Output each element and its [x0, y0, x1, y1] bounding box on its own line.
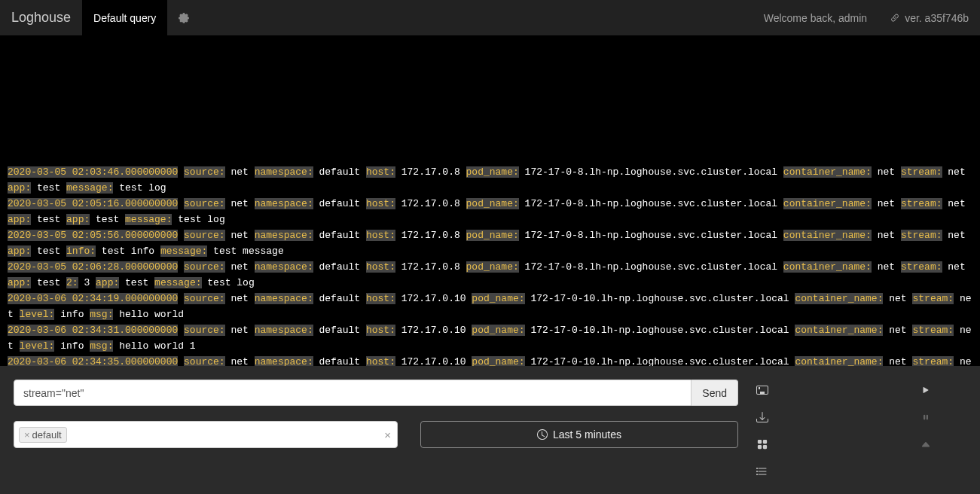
log-field-key[interactable]: source:	[184, 261, 225, 273]
time-range-label: Last 5 minutes	[553, 428, 621, 441]
log-field-key[interactable]: source:	[184, 198, 225, 209]
log-field-key[interactable]: msg:	[90, 340, 113, 352]
log-timestamp[interactable]: 2020-03-05 02:05:16.000000000	[8, 198, 178, 209]
collapse-icon[interactable]	[915, 434, 936, 455]
log-line: 2020-03-05 02:05:16.000000000 source: ne…	[8, 196, 972, 227]
log-field-key[interactable]: app:	[8, 182, 31, 194]
log-field-key[interactable]: host:	[366, 198, 395, 209]
log-field-key[interactable]: stream:	[901, 166, 942, 178]
log-output: 2020-03-05 02:03:46.000000000 source: ne…	[0, 36, 980, 389]
log-field-value: hello world 1	[113, 340, 195, 352]
log-field-key[interactable]: pod_name:	[466, 230, 519, 241]
log-field-key[interactable]: namespace:	[255, 293, 313, 304]
list-icon[interactable]	[752, 461, 773, 482]
log-timestamp[interactable]: 2020-03-05 02:03:46.000000000	[8, 166, 178, 178]
log-field-key[interactable]: pod_name:	[472, 325, 524, 336]
tab-default-query[interactable]: Default query	[82, 0, 167, 36]
log-field-key[interactable]: pod_name:	[472, 293, 524, 304]
log-field-value: 172-17-0-8.lh-np.loghouse.svc.cluster.lo…	[519, 166, 783, 178]
log-field-key[interactable]: host:	[366, 261, 395, 273]
log-field-value: hello world	[113, 309, 184, 320]
gear-icon[interactable]	[167, 0, 200, 36]
log-field-key[interactable]: pod_name:	[466, 261, 519, 273]
log-field-key[interactable]: app:	[8, 245, 31, 257]
log-field-key[interactable]: host:	[366, 166, 395, 178]
grid-icon[interactable]	[752, 434, 773, 455]
log-field-key[interactable]: message:	[160, 245, 207, 257]
log-field-key[interactable]: namespace:	[255, 166, 313, 178]
log-field-key[interactable]: namespace:	[255, 230, 313, 241]
log-field-key[interactable]: stream:	[912, 325, 954, 336]
log-field-key[interactable]: level:	[20, 309, 55, 320]
query-row: Send	[14, 380, 738, 406]
download-icon[interactable]	[752, 407, 773, 428]
log-field-value: net	[225, 293, 255, 304]
log-field-value: net	[872, 261, 901, 273]
log-field-key[interactable]: pod_name:	[466, 166, 519, 178]
log-field-key[interactable]: app:	[8, 277, 31, 288]
log-field-key[interactable]: msg:	[90, 309, 113, 320]
log-field-key[interactable]: source:	[184, 325, 225, 336]
version-link[interactable]: ver. a35f746b	[878, 12, 980, 24]
log-timestamp[interactable]: 2020-03-06 02:34:31.000000000	[8, 325, 178, 336]
log-field-value: test	[31, 245, 66, 257]
log-field-value: test	[31, 214, 66, 225]
time-range-button[interactable]: Last 5 minutes	[420, 421, 738, 448]
log-field-key[interactable]: container_name:	[795, 325, 883, 336]
log-field-key[interactable]: pod_name:	[466, 198, 519, 209]
log-field-value: 172-17-0-8.lh-np.loghouse.svc.cluster.lo…	[519, 261, 783, 273]
log-line: 2020-03-05 02:03:46.000000000 source: ne…	[8, 164, 972, 196]
save-icon[interactable]	[752, 380, 773, 401]
log-field-value: 172.17.0.8	[395, 166, 466, 178]
log-field-key[interactable]: host:	[366, 325, 395, 336]
log-field-key[interactable]: namespace:	[255, 261, 313, 273]
log-field-value: net	[942, 261, 966, 273]
send-button[interactable]: Send	[691, 380, 738, 406]
log-field-key[interactable]: info:	[66, 245, 96, 257]
log-field-value: net	[225, 166, 255, 178]
log-field-key[interactable]: source:	[184, 230, 225, 241]
log-field-key[interactable]: container_name:	[783, 198, 872, 209]
clear-tags-icon[interactable]: ×	[384, 428, 391, 441]
log-field-key[interactable]: host:	[366, 293, 395, 304]
play-icon[interactable]	[915, 380, 936, 401]
log-timestamp[interactable]: 2020-03-05 02:05:56.000000000	[8, 230, 178, 241]
log-field-key[interactable]: container_name:	[783, 261, 872, 273]
log-field-key[interactable]: container_name:	[795, 293, 883, 304]
log-field-key[interactable]: stream:	[901, 230, 942, 241]
navbar: Loghouse Default query Welcome back, adm…	[0, 0, 980, 36]
log-field-key[interactable]: host:	[366, 230, 395, 241]
log-field-key[interactable]: stream:	[901, 261, 942, 273]
log-field-key[interactable]: message:	[125, 214, 172, 225]
app-brand[interactable]: Loghouse	[0, 0, 82, 36]
namespace-tag[interactable]: × default	[19, 427, 67, 443]
remove-tag-icon[interactable]: ×	[24, 430, 30, 440]
pause-icon[interactable]	[915, 407, 936, 428]
log-field-value: test log	[113, 182, 166, 194]
log-line: 2020-03-05 02:05:56.000000000 source: ne…	[8, 227, 972, 259]
log-field-key[interactable]: 2:	[66, 277, 78, 288]
log-field-key[interactable]: namespace:	[255, 325, 313, 336]
log-field-key[interactable]: stream:	[901, 198, 942, 209]
log-field-key[interactable]: message:	[66, 182, 113, 194]
log-field-key[interactable]: container_name:	[783, 166, 872, 178]
namespace-select[interactable]: × default ×	[14, 421, 398, 448]
log-field-key[interactable]: app:	[66, 214, 90, 225]
log-timestamp[interactable]: 2020-03-05 02:06:28.000000000	[8, 261, 178, 273]
log-field-key[interactable]: source:	[184, 166, 225, 178]
log-field-key[interactable]: namespace:	[255, 198, 313, 209]
log-field-value: test	[119, 277, 154, 288]
log-field-key[interactable]: level:	[20, 340, 55, 352]
log-field-key[interactable]: source:	[184, 293, 225, 304]
log-field-key[interactable]: message:	[154, 277, 201, 288]
log-field-key[interactable]: stream:	[912, 293, 954, 304]
query-input[interactable]	[14, 380, 691, 406]
log-field-key[interactable]: app:	[8, 214, 31, 225]
log-field-value: default	[313, 230, 366, 241]
log-field-key[interactable]: app:	[96, 277, 119, 288]
log-timestamp[interactable]: 2020-03-06 02:34:19.000000000	[8, 293, 178, 304]
log-field-key[interactable]: container_name:	[783, 230, 872, 241]
log-field-value: net	[883, 293, 912, 304]
log-field-value: net	[225, 230, 255, 241]
log-field-value: test log	[202, 277, 255, 288]
